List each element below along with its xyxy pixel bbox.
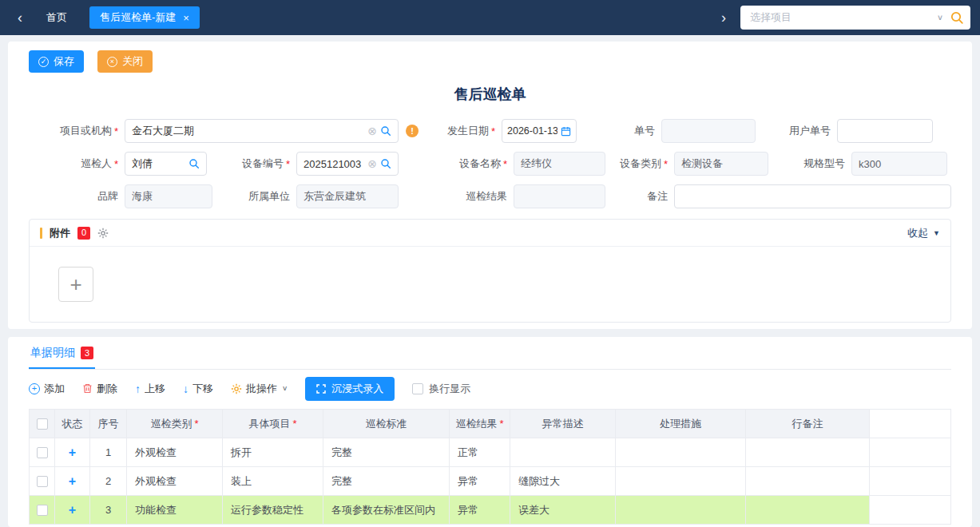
wrap-display-toggle[interactable]: 换行显示 bbox=[412, 382, 470, 396]
row-seq-cell: 2 bbox=[90, 467, 127, 496]
row-standard-cell[interactable]: 各项参数在标准区间内 bbox=[323, 496, 450, 525]
row-item-cell[interactable]: 装上 bbox=[223, 467, 323, 496]
project-label: 项目或机构* bbox=[29, 124, 125, 138]
calendar-icon[interactable] bbox=[561, 126, 571, 137]
row-abnormal-cell[interactable]: 缝隙过大 bbox=[510, 467, 616, 496]
row-treatment-cell[interactable] bbox=[616, 496, 746, 525]
form-action-bar: ✓ 保存 × 关闭 bbox=[29, 50, 951, 73]
project-select[interactable]: 选择项目 ∨ bbox=[740, 6, 970, 30]
result-label: 巡检结果 bbox=[399, 189, 514, 204]
select-all-checkbox[interactable] bbox=[37, 418, 48, 430]
result-input bbox=[514, 184, 605, 208]
move-down-button[interactable]: ↓ 下移 bbox=[183, 382, 213, 396]
row-remark-cell[interactable] bbox=[746, 438, 870, 467]
row-remark-cell[interactable] bbox=[746, 467, 870, 496]
batch-operation-dropdown[interactable]: 批操作 ∨ bbox=[231, 382, 288, 396]
device-type-value: 检测设备 bbox=[681, 157, 761, 171]
row-remark-cell[interactable] bbox=[746, 496, 870, 525]
row-treatment-cell[interactable] bbox=[616, 467, 746, 496]
insert-row-icon[interactable]: + bbox=[69, 504, 76, 517]
date-input[interactable]: 2026-01-13 bbox=[502, 119, 577, 143]
row-item-cell[interactable]: 运行参数稳定性 bbox=[223, 496, 323, 525]
inspector-label: 巡检人* bbox=[29, 157, 125, 171]
tabs-scroll-left-icon[interactable]: ‹ bbox=[11, 10, 29, 25]
header-status: 状态 bbox=[55, 410, 90, 438]
close-circle-icon: × bbox=[107, 57, 117, 67]
row-item-cell[interactable]: 拆开 bbox=[223, 438, 323, 467]
project-search-icon[interactable] bbox=[380, 125, 391, 137]
row-standard-cell[interactable]: 完整 bbox=[323, 438, 450, 467]
plus-circle-icon: + bbox=[29, 383, 40, 394]
tab-detail-lines[interactable]: 单据明细 3 bbox=[29, 346, 95, 369]
date-value: 2026-01-13 bbox=[507, 125, 557, 137]
search-icon[interactable] bbox=[950, 10, 964, 25]
row-result-cell[interactable]: 异常 bbox=[450, 467, 510, 496]
move-up-button[interactable]: ↑ 上移 bbox=[135, 382, 165, 396]
user-order-no-input[interactable] bbox=[837, 119, 933, 143]
save-button[interactable]: ✓ 保存 bbox=[29, 50, 84, 73]
header-filler bbox=[870, 410, 951, 438]
tabs-scroll-right-icon[interactable]: › bbox=[715, 10, 732, 25]
remark-input[interactable] bbox=[674, 184, 951, 208]
delete-row-button[interactable]: 删除 bbox=[82, 382, 117, 396]
clear-icon[interactable]: ⊗ bbox=[367, 125, 377, 137]
row-result-cell[interactable]: 正常 bbox=[450, 438, 510, 467]
device-type-label: 设备类别* bbox=[605, 157, 674, 171]
arrow-down-icon: ↓ bbox=[183, 383, 188, 394]
insert-row-icon[interactable]: + bbox=[69, 475, 76, 488]
row-select-cell bbox=[30, 496, 55, 525]
device-no-search-icon[interactable] bbox=[380, 158, 391, 169]
device-no-label: 设备编号* bbox=[207, 157, 296, 171]
insert-row-icon[interactable]: + bbox=[69, 446, 76, 459]
row-select-cell bbox=[30, 467, 55, 496]
project-input[interactable]: 金石大厦二期 ⊗ bbox=[125, 119, 399, 143]
header-abnormal: 异常描述 bbox=[510, 410, 616, 438]
row-treatment-cell[interactable] bbox=[616, 438, 746, 467]
row-result-cell[interactable]: 异常 bbox=[450, 496, 510, 525]
brand-input: 海康 bbox=[125, 184, 212, 208]
chevron-down-icon: ∨ bbox=[937, 13, 943, 22]
plus-icon: + bbox=[69, 274, 81, 295]
form-row-3: 品牌 海康 所属单位 东营金辰建筑 巡检结果 备注 bbox=[29, 184, 951, 208]
wrap-display-label: 换行显示 bbox=[429, 382, 470, 396]
attachments-settings-icon[interactable] bbox=[97, 228, 109, 239]
upload-button[interactable]: + bbox=[58, 267, 93, 302]
gear-icon bbox=[231, 383, 242, 394]
form-row-1: 项目或机构* 金石大厦二期 ⊗ ! 发生日期* 2026-01-13 单号 bbox=[29, 119, 951, 143]
row-checkbox[interactable] bbox=[37, 505, 48, 516]
remark-label: 备注 bbox=[605, 189, 674, 204]
tab-inspection-new[interactable]: 售后巡检单-新建 × bbox=[89, 6, 200, 29]
info-icon[interactable]: ! bbox=[406, 125, 419, 137]
close-button[interactable]: × 关闭 bbox=[97, 50, 153, 73]
unit-value: 东营金辰建筑 bbox=[304, 189, 391, 204]
wrap-display-checkbox[interactable] bbox=[412, 383, 423, 394]
tab-home[interactable]: 首页 bbox=[29, 6, 85, 29]
collapse-toggle[interactable]: 收起 ▼ bbox=[907, 226, 940, 240]
row-select-cell bbox=[30, 438, 55, 467]
device-no-input[interactable]: 2025121003 ⊗ bbox=[296, 152, 399, 176]
row-standard-cell[interactable]: 完整 bbox=[323, 467, 450, 496]
row-checkbox[interactable] bbox=[37, 476, 48, 487]
row-filler-cell bbox=[870, 438, 951, 467]
add-row-button[interactable]: + 添加 bbox=[29, 382, 65, 396]
device-name-value: 经纬仪 bbox=[521, 157, 598, 171]
header-seq: 序号 bbox=[90, 410, 127, 438]
clear-icon[interactable]: ⊗ bbox=[367, 158, 377, 169]
row-status-cell: + bbox=[55, 438, 90, 467]
row-category-cell[interactable]: 功能检查 bbox=[127, 496, 223, 525]
tab-detail-lines-label: 单据明细 bbox=[30, 346, 75, 360]
row-seq-cell: 3 bbox=[90, 496, 127, 525]
immersive-entry-button[interactable]: 沉浸式录入 bbox=[305, 377, 395, 401]
detail-count-badge: 3 bbox=[81, 347, 93, 359]
row-category-cell[interactable]: 外观检查 bbox=[127, 467, 223, 496]
row-checkbox[interactable] bbox=[37, 447, 48, 458]
inspector-search-icon[interactable] bbox=[188, 158, 200, 169]
row-abnormal-cell[interactable] bbox=[510, 438, 616, 467]
save-button-label: 保存 bbox=[54, 54, 74, 69]
collapse-label: 收起 bbox=[907, 226, 928, 240]
inspector-input[interactable]: 刘倩 bbox=[125, 152, 207, 176]
row-category-cell[interactable]: 外观检查 bbox=[127, 438, 223, 467]
row-abnormal-cell[interactable]: 误差大 bbox=[510, 496, 616, 525]
topbar: ‹ 首页 售后巡检单-新建 × › 选择项目 ∨ bbox=[0, 0, 980, 35]
tab-close-icon[interactable]: × bbox=[183, 12, 189, 24]
